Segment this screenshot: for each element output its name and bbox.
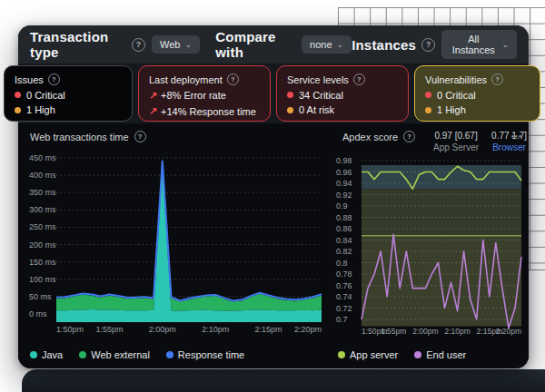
chart-title-text: Web transactions time (30, 132, 129, 142)
help-icon[interactable]: ? (132, 38, 145, 52)
svg-text:0 ms: 0 ms (29, 309, 47, 318)
svg-text:2:20pm: 2:20pm (496, 327, 521, 336)
chevron-down-icon: ⌄ (337, 41, 344, 49)
compare-with-label: Compare with (215, 29, 295, 60)
svg-text:0.78: 0.78 (336, 270, 352, 279)
legend-item-app-server[interactable]: App server (338, 349, 398, 360)
response-time-change: +14% Response time (161, 106, 256, 117)
error-rate-change: +8% Error rate (161, 90, 226, 101)
at-risk-dot-icon (287, 107, 293, 113)
help-icon[interactable]: ? (48, 74, 60, 85)
last-deployment-card-title: Last deployment (149, 74, 223, 85)
help-icon[interactable]: ? (227, 74, 239, 85)
svg-text:250 ms: 250 ms (29, 222, 56, 231)
instances-value: All Instances (450, 34, 497, 55)
svg-text:1:55pm: 1:55pm (95, 325, 123, 334)
filter-bar: Transaction type ? Web ⌄ Compare with no… (18, 25, 529, 64)
compare-with-value: none (310, 39, 332, 50)
last-deployment-card[interactable]: Last deployment ? ↗ +8% Error rate ↗ +14… (138, 65, 271, 122)
help-icon[interactable]: ? (353, 74, 365, 85)
svg-text:0.94: 0.94 (336, 179, 352, 188)
web-transactions-chart-title: Web transactions time ? (30, 131, 146, 142)
high-dot-icon (15, 107, 21, 113)
svg-text:2:15pm: 2:15pm (255, 325, 282, 334)
svg-text:0.76: 0.76 (336, 281, 352, 290)
help-icon[interactable]: ? (134, 131, 146, 142)
service-levels-critical-count: 34 Critical (299, 90, 343, 101)
legend-label: Response time (178, 349, 244, 360)
svg-text:1:55pm: 1:55pm (381, 327, 406, 336)
app-server-series-dot-icon (338, 351, 345, 358)
svg-text:0.72: 0.72 (336, 304, 352, 313)
issues-card-title: Issues (15, 74, 44, 85)
end-user-series-dot-icon (414, 351, 421, 358)
chevron-down-icon: ⌄ (501, 41, 509, 49)
svg-text:0.82: 0.82 (336, 247, 352, 256)
svg-text:2:10pm: 2:10pm (444, 327, 470, 336)
svg-text:2:00pm: 2:00pm (149, 325, 176, 334)
vulnerabilities-critical-count: 0 Critical (437, 90, 476, 101)
svg-text:400 ms: 400 ms (29, 171, 56, 180)
instances-dropdown[interactable]: All Instances ⌄ (441, 30, 517, 59)
apdex-score-chart[interactable]: 0.980.960.940.920.90.880.860.840.820.80.… (334, 147, 527, 347)
trend-up-icon: ↗ (149, 105, 161, 117)
transaction-type-dropdown[interactable]: Web ⌄ (152, 35, 200, 54)
svg-text:50 ms: 50 ms (29, 292, 52, 301)
svg-text:0.9: 0.9 (336, 201, 348, 211)
svg-text:0.96: 0.96 (336, 168, 352, 177)
transaction-type-label: Transaction type (30, 29, 126, 60)
svg-text:150 ms: 150 ms (29, 258, 56, 267)
apdex-legend: App server End user (338, 349, 466, 360)
critical-dot-icon (425, 92, 431, 98)
svg-text:0.98: 0.98 (336, 156, 352, 165)
dashboard-page: Transaction type ? Web ⌄ Compare with no… (0, 0, 545, 392)
svg-text:0.7: 0.7 (336, 315, 348, 324)
issues-high-count: 1 High (26, 104, 55, 115)
legend-label: Java (42, 349, 63, 360)
critical-dot-icon (287, 92, 293, 98)
help-icon[interactable]: ? (421, 38, 435, 52)
vulnerabilities-high-count: 1 High (437, 104, 466, 115)
critical-dot-icon (15, 92, 21, 98)
transaction-type-value: Web (160, 39, 180, 50)
svg-text:0.8: 0.8 (336, 259, 348, 268)
issues-critical-count: 0 Critical (26, 90, 65, 101)
legend-label: Web external (91, 349, 150, 360)
web-transactions-legend: Java Web external Response time (30, 349, 244, 360)
legend-item-response-time[interactable]: Response time (166, 349, 244, 360)
web-transactions-chart[interactable]: 450 ms400 ms350 ms300 ms250 ms200 ms150 … (27, 147, 327, 347)
legend-label: End user (426, 349, 466, 360)
legend-item-web-external[interactable]: Web external (79, 349, 150, 360)
svg-text:2:10pm: 2:10pm (202, 325, 229, 334)
vulnerabilities-card[interactable]: Vulnerabilities ? 0 Critical 1 High (414, 65, 540, 122)
issues-card[interactable]: Issues ? 0 Critical 1 High (4, 65, 133, 122)
svg-text:100 ms: 100 ms (29, 275, 56, 284)
svg-text:0.88: 0.88 (336, 213, 352, 222)
response-time-series-dot-icon (166, 351, 173, 358)
service-levels-card-title: Service levels (287, 74, 349, 85)
svg-text:450 ms: 450 ms (29, 153, 56, 162)
vulnerabilities-card-title: Vulnerabilities (425, 74, 487, 85)
svg-text:0.92: 0.92 (336, 191, 352, 200)
more-options-icon[interactable]: ⋯ (510, 130, 522, 142)
service-levels-at-risk-count: 0 At risk (299, 104, 334, 115)
help-icon[interactable]: ? (491, 74, 503, 85)
svg-text:0.86: 0.86 (336, 224, 352, 233)
service-levels-card[interactable]: Service levels ? 34 Critical 0 At risk (276, 65, 409, 122)
svg-text:2:00pm: 2:00pm (412, 327, 438, 336)
java-series-dot-icon (30, 351, 37, 358)
compare-with-dropdown[interactable]: none ⌄ (302, 35, 352, 54)
background-panel-strip (22, 369, 545, 392)
instances-label: Instances (352, 37, 416, 53)
app-server-score: 0.97 [0.67] (433, 131, 479, 141)
trend-up-icon: ↗ (149, 90, 161, 102)
legend-item-end-user[interactable]: End user (414, 349, 466, 360)
svg-text:350 ms: 350 ms (29, 188, 56, 197)
chart-title-text: Apdex score (342, 132, 398, 142)
svg-text:0.84: 0.84 (336, 236, 352, 245)
high-dot-icon (425, 107, 431, 113)
svg-text:1:50pm: 1:50pm (56, 325, 84, 334)
svg-text:2:20pm: 2:20pm (294, 325, 322, 334)
chevron-down-icon: ⌄ (184, 41, 192, 49)
legend-item-java[interactable]: Java (30, 349, 63, 360)
